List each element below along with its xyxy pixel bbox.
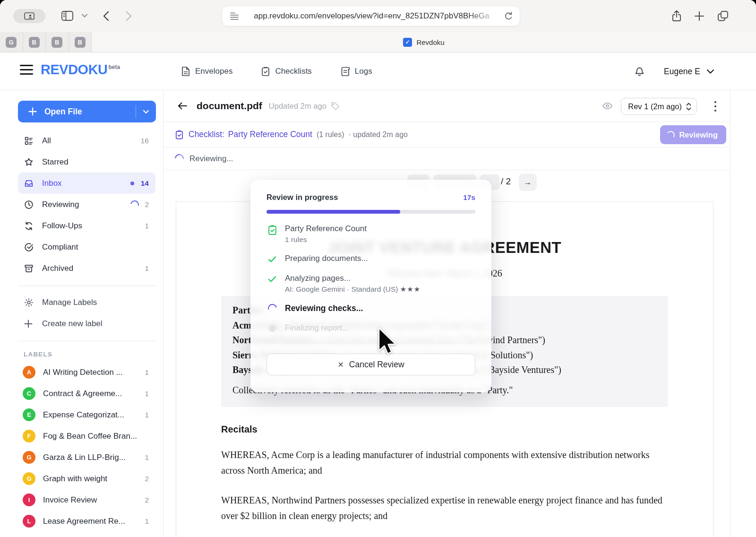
user-chevron-down-icon (706, 69, 714, 74)
manage-labels-button[interactable]: Manage Labels (18, 292, 155, 313)
row-spinner-icon (173, 152, 186, 165)
recitals-heading: Recitals (221, 424, 668, 435)
label-row[interactable]: I Invoice Review 2 (18, 489, 155, 511)
review-progress-modal: Review in progress 17s Party Reference C… (250, 180, 491, 392)
sidebar-item-inbox[interactable]: Inbox 14 (18, 173, 155, 194)
browser-forward-icon[interactable] (123, 10, 134, 22)
checklist-updated: · updated 2m ago (349, 130, 408, 139)
reviewing-spinner (129, 199, 141, 210)
notifications-bell-icon[interactable] (634, 64, 645, 77)
nav-checklists[interactable]: Checklists (261, 66, 311, 77)
url-text: app.revdoku.com/envelopes/view?id=env_82… (239, 11, 504, 21)
eye-icon[interactable] (602, 102, 613, 110)
spinner-icon (266, 303, 278, 313)
chevron-down-icon[interactable] (81, 13, 88, 18)
nav-envelopes[interactable]: Envelopes (181, 66, 232, 77)
refresh-icon (24, 221, 35, 231)
more-options-icon[interactable] (714, 101, 717, 112)
label-row[interactable]: F Fog & Bean Coffee Bran... (18, 425, 155, 447)
share-icon[interactable] (670, 9, 683, 23)
label-row[interactable]: L Lease Agreement Re... 1 (18, 511, 155, 532)
checklist-name-link[interactable]: Party Reference Count (228, 130, 312, 139)
address-bar[interactable]: app.revdoku.com/envelopes/view?id=env_82… (222, 6, 520, 26)
back-arrow-icon[interactable] (177, 101, 188, 111)
recital-paragraph: WHEREAS, Northwind Partners possesses sp… (221, 493, 668, 524)
active-tab-revdoku[interactable]: ✓ Revdoku (92, 32, 756, 52)
nav-logs[interactable]: Logs (340, 66, 372, 77)
label-row[interactable]: A AI Writing Detection ... 1 (18, 362, 155, 383)
tag-icon[interactable] (330, 101, 340, 111)
label-row[interactable]: C Contract & Agreeme... 1 (18, 383, 155, 404)
archive-icon (24, 263, 35, 274)
hamburger-menu-icon[interactable] (20, 65, 33, 78)
reviewing-status-badge[interactable]: Reviewing (660, 125, 726, 144)
label-avatar: G (23, 451, 35, 464)
tab-overview-icon[interactable] (716, 9, 730, 23)
browser-back-icon[interactable] (101, 10, 112, 22)
user-menu[interactable]: Eugene E (664, 52, 714, 90)
check-circle-icon (24, 242, 35, 252)
checklist-row: Checklist: Party Reference Count (1 rule… (163, 122, 730, 147)
label-avatar: F (23, 430, 35, 442)
rating-stars: ★★★ (400, 285, 421, 293)
step-checklist: Party Reference Count 1 rules (266, 224, 475, 244)
pinned-tab[interactable]: B (23, 32, 46, 52)
sidebar-item-compliant[interactable]: Compliant (18, 236, 155, 258)
sidebar-item-starred[interactable]: Starred (18, 151, 155, 173)
labels-section-header: LABELS (24, 351, 155, 358)
rules-count: 1 rules (285, 235, 367, 244)
label-row[interactable]: G Garza & Lin LLP-Brig... 1 (18, 447, 155, 468)
open-file-button[interactable]: Open File (18, 101, 156, 122)
check-icon (266, 274, 278, 294)
document-header: document.pdf Updated 2m ago Rev 1 (2m ag… (163, 90, 730, 122)
browser-toolbar: app.revdoku.com/envelopes/view?id=env_82… (0, 0, 756, 32)
app-logo[interactable]: REVDOKUbeta (41, 62, 120, 78)
plus-icon (24, 319, 35, 329)
close-icon: ✕ (337, 360, 344, 369)
new-tab-icon[interactable] (693, 9, 705, 23)
clipboard-check-icon (266, 224, 278, 244)
pinned-tab-favicon: B (75, 37, 86, 48)
pinned-tab[interactable]: G (0, 32, 23, 52)
pinned-tab-favicon: B (52, 37, 62, 48)
grid-list-icon (24, 136, 35, 146)
pinned-tab-favicon: B (29, 37, 40, 48)
star-icon (24, 157, 35, 167)
beta-badge: beta (109, 64, 120, 70)
profile-tab-button[interactable] (13, 9, 45, 23)
elapsed-time: 17s (463, 193, 475, 202)
label-avatar: A (23, 366, 35, 379)
cancel-review-button[interactable]: ✕ Cancel Review (266, 354, 475, 375)
revision-select[interactable]: Rev 1 (2m ago) (621, 98, 697, 115)
top-nav: Envelopes Checklists Logs (181, 52, 372, 90)
reviewing-label: Reviewing... (189, 154, 233, 164)
inbox-icon (24, 178, 35, 189)
sidebar-item-all[interactable]: All 16 (18, 130, 155, 151)
sidebar-item-followups[interactable]: Follow-Ups 1 (18, 215, 155, 236)
label-row[interactable]: G Graph with weight 2 (18, 468, 155, 489)
envelope-doc-icon (181, 66, 190, 77)
next-page-button[interactable]: → (519, 173, 537, 191)
tab-title: Revdoku (416, 38, 444, 46)
pinned-tab[interactable]: B (46, 32, 69, 52)
create-new-label-button[interactable]: Create new label (18, 313, 155, 334)
nav-label: Envelopes (195, 67, 232, 76)
checklist-rules-count: (1 rules) (317, 130, 344, 139)
reader-view-icon[interactable] (230, 12, 239, 20)
sidebar-toggle-icon[interactable] (61, 10, 74, 22)
label-avatar: E (23, 408, 35, 421)
label-row[interactable]: E Expense Categorizat... 1 (18, 404, 155, 425)
screen: app.revdoku.com/envelopes/view?id=env_82… (0, 0, 756, 537)
profile-icon (24, 12, 35, 20)
divider (18, 286, 155, 286)
label-avatar: C (23, 387, 35, 400)
step-preparing: Preparing documents... (266, 254, 475, 264)
tab-strip: G B B B ✓ Revdoku (0, 32, 756, 52)
pinned-tab[interactable]: B (69, 32, 92, 52)
reload-icon[interactable] (504, 11, 513, 21)
pinned-tab-favicon: G (6, 37, 17, 48)
open-file-dropdown[interactable] (136, 110, 156, 114)
sidebar-item-reviewing[interactable]: Reviewing 2 (18, 194, 155, 215)
sidebar-item-archived[interactable]: Archived 1 (18, 258, 155, 279)
scroll-icon (340, 66, 350, 77)
